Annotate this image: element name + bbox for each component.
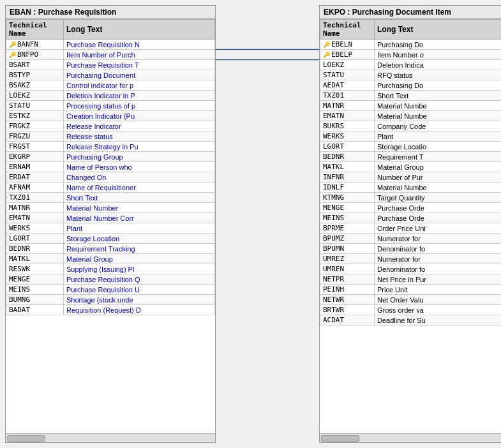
key-icon: 🔑 (323, 41, 330, 48)
right-table-row: MENGEPurchase Orde (320, 203, 502, 213)
right-table-row: UMRENDenominator fo (320, 264, 502, 274)
left-long-text: Release Indicator (64, 121, 215, 131)
right-tech-name: IDNLF (320, 183, 375, 193)
left-table-row: 🔑BNFPOItem Number of Purch (6, 50, 215, 60)
right-long-text: Item Number o (375, 50, 502, 60)
left-tech-name: EMATN (6, 213, 64, 223)
left-long-text: Purchase Requisition N (64, 40, 215, 50)
right-table-row: STATURFQ status (320, 70, 502, 80)
left-panel-title: EBAN : Purchase Requisition (6, 6, 215, 19)
right-long-text: Purchasing Do (375, 40, 502, 50)
right-tech-name: 🔑EBELN (320, 40, 375, 50)
main-container: EBAN : Purchase Requisition Technical Na… (0, 0, 501, 448)
left-long-text: Deletion Indicator in P (64, 91, 215, 101)
right-scroll-area[interactable]: Technical Name Long Text 🔑EBELNPurchasin… (320, 19, 501, 433)
left-col-tech: Technical Name (6, 20, 64, 40)
right-table-row: NETPRNet Price in Pur (320, 274, 502, 285)
left-long-text: Short Text (64, 193, 215, 203)
left-long-text: Changed On (64, 172, 215, 183)
left-long-text: Requirement Tracking (64, 244, 215, 254)
right-table-row: 🔑EBELPItem Number o (320, 50, 502, 60)
left-table-row: LGORTStorage Location (6, 234, 215, 244)
right-long-text: Denominator fo (375, 264, 502, 274)
right-table-row: EMATNMaterial Numbe (320, 111, 502, 121)
right-col-text: Long Text (375, 20, 502, 40)
left-table-row: ERNAMName of Person who (6, 162, 215, 172)
left-table-row: BADATRequisition (Request) D (6, 305, 215, 315)
right-long-text: Company Code (375, 121, 502, 131)
left-table-row: AFNAMName of Requisitioner (6, 183, 215, 193)
right-tech-name: TXZ01 (320, 91, 375, 101)
left-table-row: MATNRMaterial Number (6, 203, 215, 213)
right-table-row: INFNRNumber of Pur (320, 172, 502, 183)
left-hscroll-thumb[interactable] (7, 435, 45, 442)
right-long-text: Material Numbe (375, 183, 502, 193)
right-long-text: Price Unit (375, 285, 502, 295)
right-tech-name: PEINH (320, 285, 375, 295)
right-table-row: UMREZNumerator for (320, 254, 502, 264)
right-tech-name: NETPR (320, 274, 375, 285)
left-long-text: Material Number (64, 203, 215, 213)
key-icon: 🔑 (9, 52, 16, 58)
left-table-row: BUMNGShortage (stock unde (6, 295, 215, 305)
left-long-text: Processing status of p (64, 101, 215, 111)
right-tech-name: MENGE (320, 203, 375, 213)
left-table-row: MATKLMaterial Group (6, 254, 215, 264)
right-long-text: Storage Locatio (375, 142, 502, 152)
left-table-row: FRGZURelease status (6, 131, 215, 142)
left-long-text: Purchase Requisition U (64, 285, 215, 295)
right-tech-name: BPUMZ (320, 234, 375, 244)
left-tech-name: STATU (6, 101, 64, 111)
right-table-row: MEINSPurchase Orde (320, 213, 502, 223)
right-table-wrapper: Technical Name Long Text 🔑EBELNPurchasin… (320, 19, 501, 442)
left-tech-name: BSTYP (6, 70, 64, 80)
right-tech-name: KTMNG (320, 193, 375, 203)
left-long-text: Name of Person who (64, 162, 215, 172)
left-long-text: Purchase Requisition Q (64, 274, 215, 285)
left-long-text: Creation Indicator (Pu (64, 111, 215, 121)
left-tech-name: RESWK (6, 264, 64, 274)
left-long-text: Requisition (Request) D (64, 305, 215, 315)
right-long-text: Numerator for (375, 254, 502, 264)
right-hscrollbar[interactable] (320, 433, 501, 442)
right-long-text: Requirement T (375, 152, 502, 162)
left-col-text: Long Text (64, 20, 215, 40)
left-table-row: LOEKZDeletion Indicator in P (6, 91, 215, 101)
right-tech-name: BPUMN (320, 244, 375, 254)
left-tech-name: BEDNR (6, 244, 64, 254)
left-tech-name: ERDAT (6, 172, 64, 183)
right-table-row: LOEKZDeletion Indica (320, 60, 502, 70)
left-tech-name: LOEKZ (6, 91, 64, 101)
left-table-row: EMATNMaterial Number Corr (6, 213, 215, 223)
left-table-row: WERKSPlant (6, 223, 215, 234)
left-tech-name: WERKS (6, 223, 64, 234)
right-tech-name: ACDAT (320, 315, 375, 325)
right-tech-name: BUKRS (320, 121, 375, 131)
right-table-row: BUKRSCompany Code (320, 121, 502, 131)
right-hscroll-thumb[interactable] (321, 435, 359, 442)
left-scroll-area[interactable]: Technical Name Long Text 🔑BANFNPurchase … (6, 19, 215, 433)
right-tech-name: INFNR (320, 172, 375, 183)
left-table-row: STATUProcessing status of p (6, 101, 215, 111)
right-tech-name: UMREZ (320, 254, 375, 264)
right-tech-name: EMATN (320, 111, 375, 121)
left-table-row: BEDNRRequirement Tracking (6, 244, 215, 254)
left-hscrollbar[interactable] (6, 433, 215, 442)
right-table: Technical Name Long Text 🔑EBELNPurchasin… (320, 19, 501, 325)
left-table-wrapper: Technical Name Long Text 🔑BANFNPurchase … (6, 19, 215, 442)
right-long-text: Number of Pur (375, 172, 502, 183)
right-table-row: MATNRMaterial Numbe (320, 101, 502, 111)
right-long-text: Purchase Orde (375, 213, 502, 223)
left-long-text: Purchase Requisition T (64, 60, 215, 70)
right-long-text: Plant (375, 131, 502, 142)
right-long-text: Gross order va (375, 305, 502, 315)
left-tech-name: FRGKZ (6, 121, 64, 131)
left-table-row: EKGRPPurchasing Group (6, 152, 215, 162)
right-tech-name: BPRME (320, 223, 375, 234)
right-table-row: LGORTStorage Locatio (320, 142, 502, 152)
right-tech-name: UMREN (320, 264, 375, 274)
right-tech-name: NETWR (320, 295, 375, 305)
left-tech-name: LGORT (6, 234, 64, 244)
right-long-text: Net Price in Pur (375, 274, 502, 285)
right-table-row: PEINHPrice Unit (320, 285, 502, 295)
